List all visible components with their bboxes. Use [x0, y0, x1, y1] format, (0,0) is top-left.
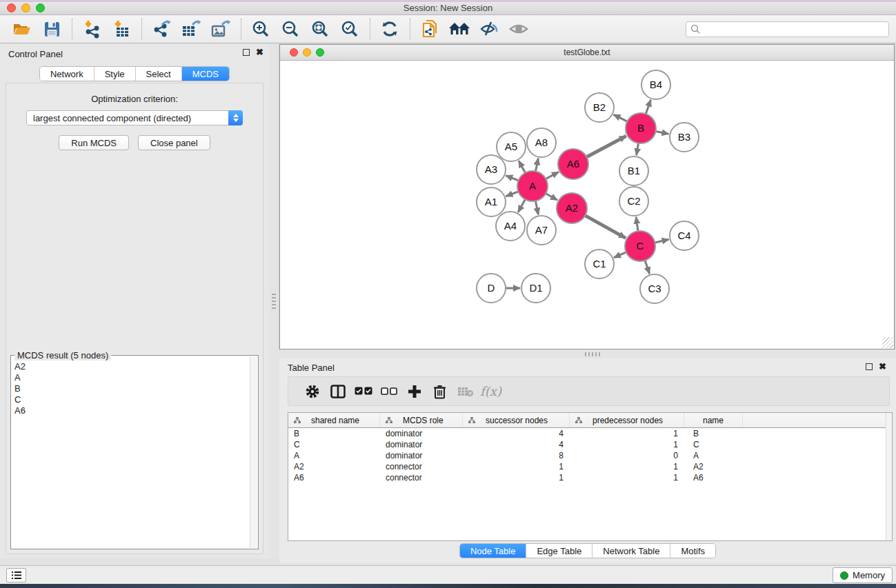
- table-row[interactable]: Bdominator41B: [288, 428, 892, 439]
- zoom-selected-button[interactable]: [337, 17, 362, 41]
- node-A5[interactable]: A5: [497, 132, 526, 161]
- add-column-button[interactable]: [401, 380, 427, 403]
- node-A2[interactable]: A2: [557, 193, 587, 223]
- table-cell[interactable]: dominator: [380, 450, 463, 461]
- deselect-all-button[interactable]: [376, 380, 401, 403]
- vertical-split-divider[interactable]: [269, 43, 279, 558]
- table-scrollbar[interactable]: [886, 413, 892, 540]
- export-network-button[interactable]: [149, 17, 174, 41]
- search-field[interactable]: [686, 21, 889, 37]
- criterion-select[interactable]: largest connected component (directed): [26, 110, 243, 125]
- node-C4[interactable]: C4: [670, 221, 699, 250]
- refresh-button[interactable]: [377, 17, 402, 41]
- table-cell[interactable]: 1: [570, 461, 684, 472]
- edge-A-A4[interactable]: [518, 199, 525, 212]
- tab-select[interactable]: Select: [136, 67, 182, 81]
- edge-C-C1[interactable]: [614, 252, 626, 258]
- search-input[interactable]: [701, 25, 888, 34]
- table-cell[interactable]: connector: [380, 472, 463, 483]
- close-panel-icon[interactable]: ✖: [256, 49, 263, 56]
- table-cell[interactable]: 8: [463, 450, 570, 461]
- show-columns-button[interactable]: [325, 380, 350, 403]
- table-cell[interactable]: A: [684, 450, 743, 461]
- table-cell[interactable]: C: [288, 439, 380, 450]
- edge-C-C4[interactable]: [655, 239, 668, 243]
- table-cell[interactable]: B: [288, 428, 380, 439]
- result-item[interactable]: B: [12, 383, 249, 394]
- edge-B-B1[interactable]: [637, 143, 639, 156]
- table-row[interactable]: Cdominator41C: [288, 439, 892, 450]
- node-A4[interactable]: A4: [496, 212, 525, 241]
- task-history-button[interactable]: [6, 568, 26, 582]
- table-cell[interactable]: A: [288, 450, 380, 461]
- run-mcds-button[interactable]: Run MCDS: [59, 135, 129, 150]
- edge-A-A3[interactable]: [506, 176, 518, 181]
- edge-A-A6[interactable]: [546, 172, 559, 179]
- column-header-name[interactable]: name: [684, 413, 743, 427]
- node-B[interactable]: B: [626, 113, 656, 143]
- table-cell[interactable]: B: [684, 428, 743, 439]
- edge-A-A7[interactable]: [535, 201, 538, 215]
- select-all-button[interactable]: [350, 380, 376, 403]
- close-table-panel-icon[interactable]: ✖: [879, 363, 886, 370]
- edge-B-B2[interactable]: [614, 114, 628, 121]
- edge-A6-B[interactable]: [586, 136, 626, 156]
- edge-C-C3[interactable]: [645, 261, 650, 274]
- edge-A-A5[interactable]: [519, 161, 526, 172]
- tab-motifs[interactable]: Motifs: [670, 544, 715, 558]
- result-item[interactable]: A2: [12, 361, 249, 372]
- table-cell[interactable]: C: [684, 439, 743, 450]
- zoom-out-button[interactable]: [278, 17, 303, 41]
- delete-column-button[interactable]: [427, 380, 452, 403]
- export-table-button[interactable]: [179, 17, 203, 41]
- result-item[interactable]: A: [12, 372, 249, 383]
- memory-button[interactable]: Memory: [833, 567, 893, 583]
- edge-A2-C[interactable]: [585, 216, 626, 239]
- horizontal-split-divider[interactable]: [279, 349, 896, 358]
- zoom-fit-button[interactable]: [308, 17, 332, 41]
- table-cell[interactable]: 1: [463, 461, 570, 472]
- node-B4[interactable]: B4: [641, 70, 670, 99]
- tab-network[interactable]: Network: [40, 67, 94, 81]
- edge-B-B4[interactable]: [646, 100, 650, 114]
- table-cell[interactable]: A6: [288, 472, 380, 483]
- node-A7[interactable]: A7: [527, 216, 556, 245]
- node-D1[interactable]: D1: [521, 274, 550, 303]
- node-C1[interactable]: C1: [585, 250, 614, 278]
- table-cell[interactable]: connector: [380, 461, 463, 472]
- node-B1[interactable]: B1: [619, 156, 648, 185]
- tab-node-table[interactable]: Node Table: [460, 544, 527, 558]
- table-cell[interactable]: 4: [463, 428, 570, 439]
- table-settings-button[interactable]: [299, 380, 325, 403]
- network-graph[interactable]: B4B2BB3A5A8A6B1A3AC2A1A2A4A7CC4C1C3DD1: [280, 61, 894, 349]
- node-A[interactable]: A: [517, 171, 548, 201]
- home-button[interactable]: [447, 17, 472, 41]
- node-A8[interactable]: A8: [527, 128, 556, 157]
- node-B2[interactable]: B2: [585, 93, 614, 122]
- import-network-button[interactable]: [79, 17, 104, 41]
- table-cell[interactable]: dominator: [380, 439, 463, 450]
- export-image-button[interactable]: [208, 17, 233, 41]
- close-panel-button[interactable]: Close panel: [138, 135, 210, 150]
- open-session-button[interactable]: [10, 17, 34, 41]
- tab-edge-table[interactable]: Edge Table: [526, 544, 593, 558]
- column-header-predecessor-nodes[interactable]: predecessor nodes: [570, 413, 684, 427]
- edge-B-B3[interactable]: [656, 131, 669, 134]
- result-item[interactable]: C: [12, 394, 249, 405]
- column-header-MCDS-role[interactable]: MCDS role: [380, 413, 463, 427]
- table-cell[interactable]: 4: [463, 439, 570, 450]
- hide-panel-button[interactable]: [477, 17, 501, 41]
- node-D[interactable]: D: [477, 274, 506, 303]
- network-window-titlebar[interactable]: testGlobe.txt: [280, 45, 894, 61]
- tab-network-table[interactable]: Network Table: [593, 544, 670, 558]
- function-builder-button[interactable]: f(x): [478, 380, 504, 403]
- tab-style[interactable]: Style: [94, 67, 136, 81]
- mcds-result-list[interactable]: A2ABCA6: [12, 361, 249, 547]
- save-session-button[interactable]: [39, 17, 64, 41]
- node-A3[interactable]: A3: [477, 155, 506, 184]
- node-C3[interactable]: C3: [640, 274, 669, 303]
- column-header-shared-name[interactable]: shared name: [288, 413, 380, 427]
- column-header-successor-nodes[interactable]: successor nodes: [463, 413, 570, 427]
- result-item[interactable]: A6: [12, 405, 249, 416]
- table-cell[interactable]: A6: [684, 472, 743, 483]
